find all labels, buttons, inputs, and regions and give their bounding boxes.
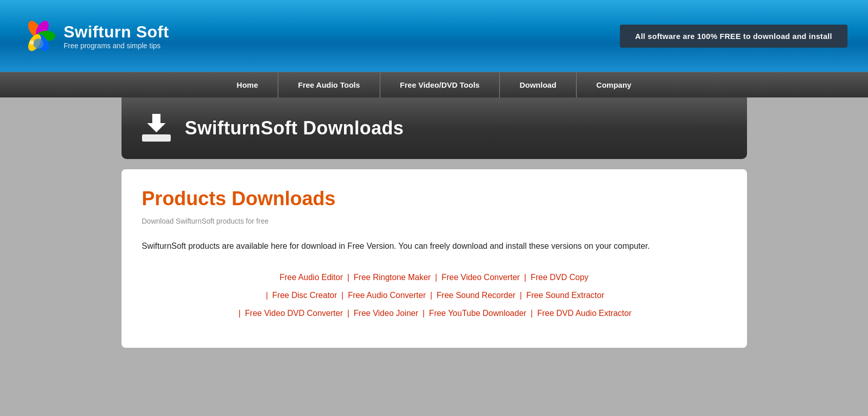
link-free-video-converter[interactable]: Free Video Converter [441, 273, 520, 282]
sep7: | [520, 291, 524, 300]
svg-rect-7 [142, 134, 171, 142]
link-free-sound-extractor[interactable]: Free Sound Extractor [526, 291, 604, 300]
link-free-video-dvd-converter[interactable]: Free Video DVD Converter [245, 309, 343, 318]
links-section: Free Audio Editor | Free Ringtone Maker … [142, 268, 726, 323]
header-banner: All software are 100% FREE to download a… [620, 25, 847, 48]
content-area: Products Downloads Download SwifturnSoft… [122, 169, 747, 348]
link-free-audio-converter[interactable]: Free Audio Converter [348, 291, 426, 300]
sep2: | [435, 273, 440, 282]
svg-marker-8 [147, 114, 166, 132]
sep9: | [347, 309, 352, 318]
products-title: Products Downloads [142, 188, 726, 210]
nav-download[interactable]: Download [499, 72, 576, 98]
sep11: | [531, 309, 535, 318]
sep5: | [341, 291, 346, 300]
nav-home[interactable]: Home [217, 72, 278, 98]
link-free-audio-editor[interactable]: Free Audio Editor [279, 273, 343, 282]
link-free-dvd-copy[interactable]: Free DVD Copy [531, 273, 589, 282]
nav-company[interactable]: Company [576, 72, 651, 98]
logo-name: Swifturn Soft [64, 23, 169, 42]
header: Swifturn Soft Free programs and simple t… [0, 0, 868, 72]
sep1: | [347, 273, 352, 282]
page-wrapper: SwifturnSoft Downloads Products Download… [116, 97, 752, 348]
sep10: | [422, 309, 427, 318]
link-free-youtube-downloader[interactable]: Free YouTube Downloader [429, 309, 527, 318]
link-free-video-joiner[interactable]: Free Video Joiner [354, 309, 418, 318]
link-free-ringtone-maker[interactable]: Free Ringtone Maker [354, 273, 431, 282]
logo-tagline: Free programs and simple tips [64, 42, 169, 50]
nav-audio-tools[interactable]: Free Audio Tools [278, 72, 380, 98]
products-description: SwifturnSoft products are available here… [142, 240, 726, 253]
link-free-dvd-audio-extractor[interactable]: Free DVD Audio Extractor [537, 309, 632, 318]
logo-text: Swifturn Soft Free programs and simple t… [64, 23, 169, 50]
sep4: | [266, 291, 270, 300]
sep6: | [430, 291, 435, 300]
downloads-page-title: SwifturnSoft Downloads [185, 117, 404, 139]
nav-video-tools[interactable]: Free Video/DVD Tools [380, 72, 499, 98]
download-icon [140, 112, 173, 145]
link-free-disc-creator[interactable]: Free Disc Creator [272, 291, 337, 300]
downloads-header: SwifturnSoft Downloads [122, 97, 747, 159]
link-free-sound-recorder[interactable]: Free Sound Recorder [437, 291, 516, 300]
svg-point-5 [33, 38, 44, 49]
svg-point-6 [30, 41, 34, 45]
main-nav: Home Free Audio Tools Free Video/DVD Too… [0, 72, 868, 97]
products-subtitle: Download SwifturnSoft products for free [142, 217, 726, 225]
sep3: | [524, 273, 529, 282]
logo-icon [21, 18, 56, 54]
sep8: | [238, 309, 243, 318]
logo-area: Swifturn Soft Free programs and simple t… [21, 18, 169, 54]
